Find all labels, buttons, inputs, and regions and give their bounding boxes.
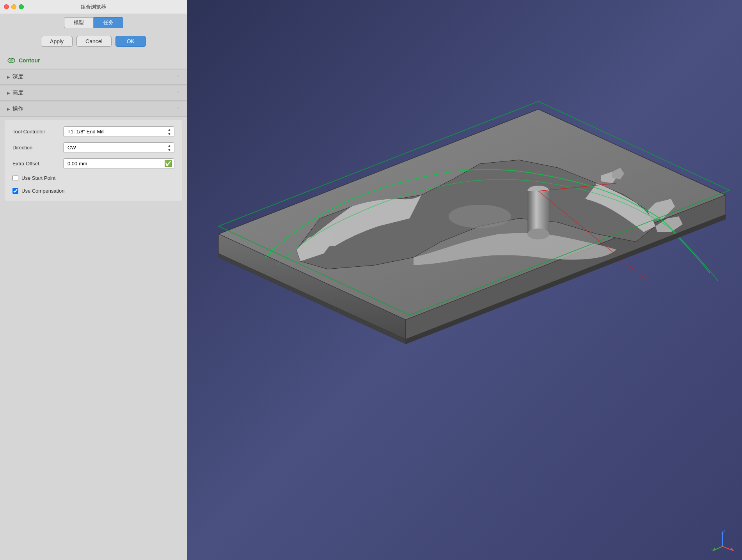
extra-offset-label: Extra Offset (12, 161, 59, 167)
svg-text:X: X (733, 549, 734, 552)
tab-model[interactable]: 模型 (64, 17, 94, 28)
axis-indicator: Z X Y (711, 529, 734, 552)
maximize-button[interactable] (19, 4, 24, 9)
use-start-point-label[interactable]: Use Start Point (21, 175, 55, 181)
contour-section-header: Contour (0, 52, 187, 69)
svg-text:Y: Y (711, 549, 714, 552)
contour-icon (7, 56, 16, 65)
svg-point-13 (527, 229, 549, 239)
extra-offset-input[interactable] (63, 158, 174, 169)
use-compensation-row: Use Compensation (12, 187, 174, 195)
svg-point-10 (449, 205, 511, 228)
tool-controller-label: Tool Controller (12, 129, 59, 135)
extra-offset-check-icon: ✅ (164, 160, 172, 167)
section-depth-label: 深度 (12, 73, 23, 80)
tool-controller-row: Tool Controller T1: 1/8" End Mill ▲ ▼ (12, 126, 174, 137)
direction-row: Direction CW ▲ ▼ (12, 142, 174, 153)
ok-button[interactable]: OK (115, 36, 146, 47)
direction-select[interactable]: CW (63, 142, 174, 153)
window-title: 组合浏览器 (81, 4, 106, 11)
tab-task[interactable]: 任务 (94, 17, 123, 28)
extra-offset-input-wrap: ✅ (63, 158, 174, 169)
extra-offset-row: Extra Offset ✅ (12, 158, 174, 169)
use-start-point-checkbox[interactable] (12, 175, 18, 181)
direction-label: Direction (12, 145, 59, 151)
tab-bar: 模型 任务 (0, 14, 187, 30)
use-compensation-checkbox[interactable] (12, 188, 18, 194)
svg-text:Z: Z (723, 529, 725, 533)
contour-label: Contour (19, 57, 40, 64)
section-operation-expand: ⌃ (177, 107, 180, 111)
use-start-point-row: Use Start Point (12, 174, 174, 182)
section-depth-arrow: ▶ (7, 75, 10, 79)
section-depth[interactable]: ▶ 深度 ⌃ (0, 69, 187, 85)
section-height-label: 高度 (12, 89, 23, 96)
title-bar: 组合浏览器 (0, 0, 187, 14)
left-panel: 组合浏览器 模型 任务 Apply Cancel OK Contour ▶ 深度… (0, 0, 187, 560)
viewport: Z X Y (187, 0, 742, 560)
scene-svg (187, 0, 742, 560)
section-operation[interactable]: ▶ 操作 ⌃ (0, 101, 187, 117)
section-height-arrow: ▶ (7, 91, 10, 95)
direction-select-wrap: CW ▲ ▼ (63, 142, 174, 153)
section-height-expand: ⌃ (177, 91, 180, 95)
form-panel: Tool Controller T1: 1/8" End Mill ▲ ▼ Di… (5, 120, 182, 201)
section-depth-expand: ⌃ (177, 75, 180, 79)
use-compensation-label[interactable]: Use Compensation (21, 188, 65, 194)
apply-button[interactable]: Apply (41, 36, 73, 47)
window-controls (4, 4, 24, 9)
section-operation-label: 操作 (12, 105, 23, 112)
section-operation-arrow: ▶ (7, 107, 10, 111)
cancel-button[interactable]: Cancel (76, 36, 112, 47)
tool-controller-select-wrap: T1: 1/8" End Mill ▲ ▼ (63, 126, 174, 137)
minimize-button[interactable] (11, 4, 16, 9)
svg-point-1 (9, 59, 13, 62)
action-row: Apply Cancel OK (0, 30, 187, 51)
close-button[interactable] (4, 4, 9, 9)
section-height[interactable]: ▶ 高度 ⌃ (0, 85, 187, 101)
tool-controller-select[interactable]: T1: 1/8" End Mill (63, 126, 174, 137)
